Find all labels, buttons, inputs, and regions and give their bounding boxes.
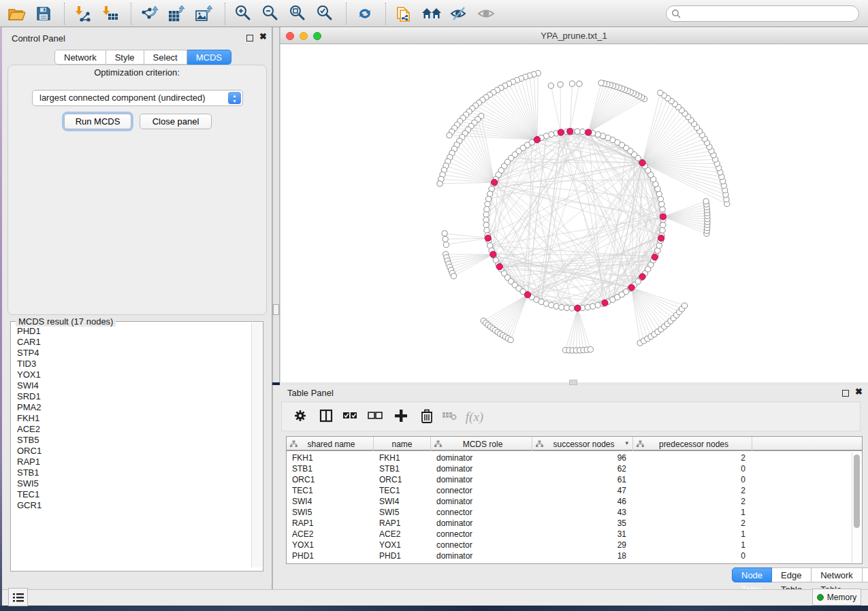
columns-button[interactable] [316, 408, 336, 427]
panels-menu-button[interactable] [8, 588, 28, 606]
export-table-button[interactable] [166, 3, 188, 24]
cell-predecessor-nodes: 2 [633, 496, 752, 507]
mcds-result-node[interactable]: TID3 [12, 359, 251, 369]
table-row[interactable]: YOX1YOX1connector291 [287, 540, 852, 550]
mcds-result-node[interactable]: RAP1 [12, 457, 251, 467]
trash-button[interactable] [417, 408, 437, 427]
mcds-result-node[interactable]: STP4 [12, 348, 251, 359]
column-header-successor-nodes[interactable]: successor nodes▾ [532, 437, 633, 451]
cell-successor-nodes: 61 [532, 474, 633, 485]
cell-shared-name: FKH1 [287, 452, 374, 463]
optimization-criterion-label: Optimization criterion: [2, 67, 272, 78]
memory-button[interactable]: Memory [812, 589, 861, 606]
import-network-button[interactable] [72, 3, 94, 24]
mcds-result-node[interactable]: TEC1 [12, 489, 251, 500]
table-row[interactable]: RAP1RAP1dominator352 [287, 518, 852, 529]
export-image-button[interactable] [193, 3, 215, 24]
mcds-result-node[interactable]: PMA2 [12, 402, 251, 413]
zoom-out-button[interactable] [260, 3, 282, 24]
mcds-result-node[interactable]: CAR1 [12, 337, 251, 348]
column-header-name[interactable]: name [374, 437, 431, 451]
tab-select[interactable]: Select [144, 50, 187, 65]
tab-node-table[interactable]: Node Table [732, 567, 772, 582]
export-network-icon [141, 5, 159, 22]
cell-MCDS-role: connector [431, 540, 532, 550]
table-row[interactable]: FKH1FKH1dominator962 [287, 452, 852, 463]
select-all-button[interactable] [340, 408, 360, 427]
column-label: successor nodes [553, 440, 614, 449]
table-row[interactable]: STB1STB1dominator620 [287, 463, 852, 474]
table-row[interactable]: ORC1ORC1dominator610 [287, 474, 852, 485]
column-header-predecessor-nodes[interactable]: predecessor nodes [633, 437, 752, 451]
zoom-fit-button[interactable] [287, 3, 309, 24]
gear-icon [293, 409, 307, 425]
add-column-button[interactable] [391, 408, 411, 427]
criterion-dropdown[interactable]: largest connected component (undirected)… [32, 90, 243, 106]
hide-selected-button[interactable] [448, 3, 470, 24]
gear-button[interactable] [290, 408, 310, 427]
cell-name: PHD1 [374, 550, 431, 561]
zoom-selected-button[interactable] [315, 3, 336, 24]
toolbar-separator [385, 3, 386, 24]
mcds-result-node[interactable]: STB5 [12, 435, 251, 446]
toolbar-separator [346, 3, 347, 24]
tab-network-table[interactable]: Network Table [811, 567, 863, 582]
zoom-in-button[interactable] [233, 3, 255, 24]
control-panel-float-icon[interactable] [246, 35, 253, 42]
export-network-button[interactable] [139, 3, 161, 24]
network-canvas[interactable] [280, 44, 868, 382]
mcds-result-node[interactable]: ORC1 [12, 446, 251, 457]
vertical-splitter[interactable] [272, 27, 280, 382]
horizontal-splitter-handle[interactable] [569, 380, 577, 385]
mcds-result-node[interactable]: PHD1 [12, 326, 251, 337]
columns-icon [319, 409, 333, 425]
import-table-button[interactable] [99, 3, 121, 24]
column-header-MCDS-role[interactable]: MCDS role [431, 437, 532, 451]
mcds-result-list[interactable]: PHD1CAR1STP4TID3YOX1SWI4SRD1PMA2FKH1ACE2… [12, 326, 251, 568]
table-panel-float-icon[interactable] [842, 390, 849, 397]
table-scrollbar[interactable] [852, 452, 861, 563]
mcds-result-node[interactable]: ACE2 [12, 424, 251, 435]
mcds-result-scrollbar[interactable] [251, 323, 262, 567]
deselect-all-button[interactable] [365, 408, 385, 427]
run-mcds-button[interactable]: Run MCDS [64, 114, 131, 129]
refresh-button[interactable] [354, 3, 376, 24]
dropdown-stepper-icon: ▲▼ [228, 92, 241, 104]
mcds-result-node[interactable]: SRD1 [12, 391, 251, 402]
tab-motifs[interactable]: Motifs [863, 567, 868, 582]
tab-style[interactable]: Style [106, 50, 144, 65]
table-panel: Table Panel ✖ f(x) shared namenameMCDS r… [272, 385, 868, 589]
table-row[interactable]: SWI5SWI5connector431 [287, 507, 852, 518]
mcds-result-node[interactable]: SWI4 [12, 380, 251, 391]
table-row[interactable]: PHD1PHD1dominator180 [287, 550, 852, 561]
table-row[interactable]: SWI4SWI4dominator462 [287, 496, 852, 507]
table-scrollbar-thumb[interactable] [854, 455, 860, 528]
first-neighbors-button[interactable] [421, 3, 443, 24]
cell-successor-nodes: 96 [532, 452, 633, 463]
node-table[interactable]: shared namenameMCDS rolesuccessor nodes▾… [286, 436, 863, 564]
save-button[interactable] [33, 3, 54, 24]
search-input[interactable] [684, 7, 854, 20]
mcds-result-node[interactable]: FKH1 [12, 413, 251, 424]
new-network-from-selection-button[interactable] [393, 3, 415, 24]
table-row[interactable]: TEC1TEC1connector472 [287, 485, 852, 496]
column-label: MCDS role [463, 440, 503, 449]
mcds-result-node[interactable]: GCR1 [12, 500, 251, 511]
mcds-result-node[interactable]: YOX1 [12, 369, 251, 380]
close-panel-button[interactable]: Close panel [140, 114, 212, 129]
tab-edge-table[interactable]: Edge Table [772, 567, 811, 582]
mcds-result-node[interactable]: STB1 [12, 467, 251, 478]
control-panel-close-icon[interactable]: ✖ [259, 33, 267, 40]
tab-network[interactable]: Network [54, 50, 106, 65]
table-panel-close-icon[interactable]: ✖ [855, 389, 863, 395]
search-box[interactable] [666, 5, 859, 22]
column-header-shared-name[interactable]: shared name [287, 437, 374, 451]
mcds-result-node[interactable]: SWI5 [12, 478, 251, 489]
cell-successor-nodes: 35 [532, 518, 633, 529]
cell-predecessor-nodes: 2 [633, 485, 752, 496]
open-folder-icon [7, 6, 25, 21]
table-row[interactable]: ACE2ACE2connector311 [287, 529, 852, 540]
tab-mcds[interactable]: MCDS [187, 50, 231, 65]
vertical-splitter-handle[interactable] [273, 304, 279, 315]
open-button[interactable] [5, 3, 27, 24]
